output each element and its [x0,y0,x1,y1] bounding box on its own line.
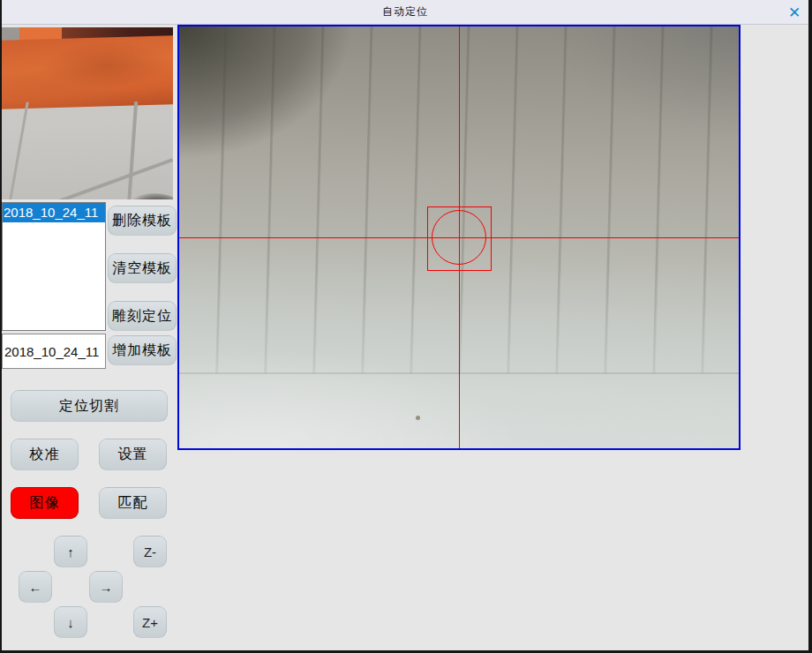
preview-tile-grout-line [127,101,138,199]
settings-button[interactable]: 设置 [99,439,167,470]
auto-position-dialog: 自动定位 ✕ 2018_10_24_11 删除模板 清空模板 雕刻定位 增加模板… [0,0,812,653]
delete-template-button[interactable]: 删除模板 [108,206,177,236]
camera-speck [416,416,420,420]
jog-right-button[interactable]: → [89,571,123,603]
add-template-button[interactable]: 增加模板 [108,335,177,365]
engrave-position-button[interactable]: 雕刻定位 [108,301,177,331]
position-cut-button[interactable]: 定位切割 [11,390,168,422]
preview-tile-grout-line [9,102,28,199]
template-preview-image [2,27,173,199]
jog-left-button[interactable]: ← [19,571,52,603]
image-button[interactable]: 图像 [11,487,79,519]
jog-down-button[interactable]: ↓ [54,606,87,638]
jog-z-minus-button[interactable]: Z- [133,536,167,567]
jog-up-button[interactable]: ↑ [54,536,87,567]
target-circle-overlay [432,210,486,265]
template-name-input[interactable] [2,334,106,369]
match-button[interactable]: 匹配 [99,487,167,519]
preview-orange-beam [2,35,173,109]
jog-z-plus-button[interactable]: Z+ [133,606,167,638]
calibrate-button[interactable]: 校准 [11,439,79,470]
close-icon[interactable]: ✕ [785,3,804,22]
dialog-title: 自动定位 [382,4,428,19]
clear-templates-button[interactable]: 清空模板 [108,253,177,283]
titlebar: 自动定位 ✕ [2,0,808,25]
template-list-item-selected[interactable]: 2018_10_24_11 [3,203,105,222]
camera-view[interactable] [177,25,741,450]
template-list[interactable]: 2018_10_24_11 [2,202,106,331]
preview-dark-object [118,193,173,199]
